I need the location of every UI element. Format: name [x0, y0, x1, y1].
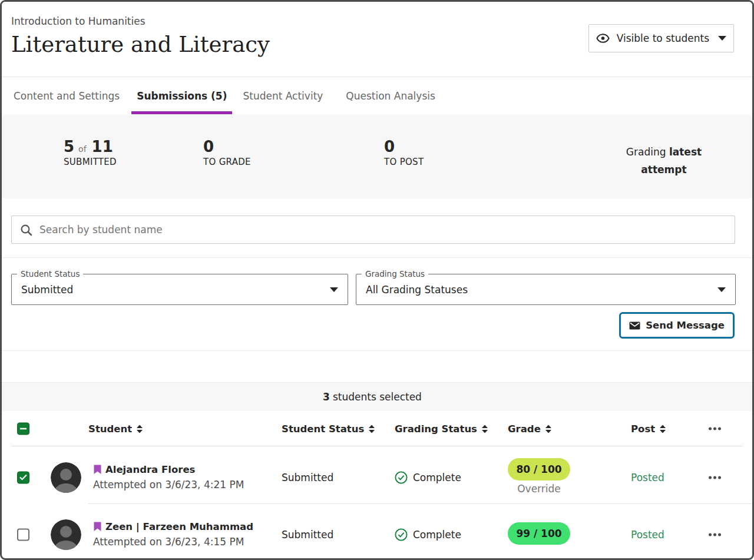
student-status-value: Submitted [21, 284, 73, 296]
student-name[interactable]: Alejandra Flores [105, 463, 195, 477]
post-status[interactable]: Posted [631, 529, 664, 541]
stat-to-grade-label: TO GRADE [203, 157, 251, 167]
student-status-value: Submitted [282, 529, 333, 541]
grading-status-value: All Grading Statuses [366, 284, 468, 296]
visibility-label: Visible to students [617, 32, 709, 44]
check-icon [19, 475, 27, 481]
stat-submitted-total: 11 [92, 138, 113, 155]
app-window: Introduction to Humanities Literature an… [0, 0, 754, 560]
grade-pill[interactable]: 80 / 100 [508, 458, 570, 481]
selection-summary: 3 students selected [2, 383, 752, 411]
row-options-menu[interactable] [709, 533, 721, 536]
tab-question-analysis[interactable]: Question Analysis [333, 77, 447, 115]
caret-down-icon [330, 287, 338, 292]
dot [713, 428, 716, 430]
column-header-grading-status[interactable]: Grading Status [395, 423, 488, 435]
sort-icon [481, 424, 488, 433]
selection-count: 3 [323, 391, 330, 403]
stat-to-post-label: TO POST [384, 157, 424, 167]
sort-icon [545, 424, 552, 433]
grading-mode-prefix: Grading [626, 146, 669, 158]
column-header-post[interactable]: Post [631, 423, 666, 435]
dot [709, 428, 712, 430]
caret-down-icon [718, 36, 726, 41]
actions-row: Send Message [2, 305, 752, 339]
grade-cell: 99 / 100 [508, 522, 570, 545]
search-icon [20, 224, 32, 236]
student-info[interactable]: Alejandra Flores Attempted on 3/6/23, 4:… [93, 463, 244, 492]
divider [2, 350, 752, 351]
grading-status-select[interactable]: Grading Status All Grading Statuses [356, 269, 736, 305]
stat-submitted-of: of [78, 144, 87, 154]
student-name[interactable]: Zeen | Farzeen Muhammad [105, 520, 253, 534]
selection-suffix: students selected [333, 391, 422, 403]
caret-down-icon [717, 287, 726, 292]
tab-student-activity[interactable]: Student Activity [232, 77, 333, 115]
visibility-dropdown-button[interactable]: Visible to students [588, 24, 734, 52]
select-value-row: Submitted [12, 279, 348, 300]
stat-submitted-value: 5 [64, 138, 74, 155]
stat-to-grade: 0 TO GRADE [203, 138, 251, 167]
submission-stats-band: 5 of 11 SUBMITTED 0 TO GRADE 0 TO POST G… [2, 115, 752, 198]
stat-to-post: 0 TO POST [384, 138, 424, 167]
grade-override-note: Override [508, 483, 570, 495]
grading-status-label: Grading Status [362, 269, 428, 279]
stat-numbers: 0 [203, 138, 251, 155]
student-row: Alejandra Flores Attempted on 3/6/23, 4:… [2, 446, 752, 503]
send-message-button[interactable]: Send Message [619, 312, 735, 339]
avatar [51, 519, 81, 550]
student-row: Zeen | Farzeen Muhammad Attempted on 3/6… [2, 503, 752, 560]
envelope-icon [629, 322, 640, 330]
stat-submitted: 5 of 11 SUBMITTED [64, 138, 117, 167]
attempt-info: Attempted on 3/6/23, 4:15 PM [93, 534, 253, 549]
sort-icon [368, 424, 375, 433]
eye-icon [596, 33, 610, 44]
student-status-label: Student Status [17, 269, 83, 279]
bookmark-icon [93, 465, 102, 475]
grading-status-cell: Complete [395, 528, 461, 541]
row-checkbox[interactable] [17, 528, 29, 541]
grading-status-value: Complete [413, 472, 461, 483]
page-header: Introduction to Humanities Literature an… [2, 2, 752, 77]
grading-status-cell: Complete [395, 471, 461, 484]
stat-numbers: 0 [384, 138, 424, 155]
dot [713, 533, 716, 536]
grade-pill[interactable]: 99 / 100 [508, 522, 570, 545]
column-header-checkbox [17, 423, 29, 435]
table-options-menu[interactable] [709, 428, 721, 430]
sort-icon [136, 424, 143, 433]
column-header-grade[interactable]: Grade [508, 423, 552, 435]
dot [718, 428, 721, 430]
breadcrumb[interactable]: Introduction to Humanities [11, 15, 145, 27]
dot [709, 476, 712, 479]
select-all-checkbox[interactable] [17, 423, 29, 435]
attempt-info: Attempted on 3/6/23, 4:21 PM [93, 477, 244, 492]
student-status-select[interactable]: Student Status Submitted [11, 269, 348, 305]
tab-submissions[interactable]: Submissions (5) [131, 77, 232, 115]
send-message-label: Send Message [646, 320, 725, 331]
tab-bar: Content and Settings Submissions (5) Stu… [2, 77, 752, 115]
dot [718, 533, 721, 536]
select-value-row: All Grading Statuses [356, 279, 735, 300]
grade-cell: 80 / 100 Override [508, 458, 570, 495]
page-title: Literature and Literacy [11, 32, 270, 57]
stat-to-post-value: 0 [384, 138, 395, 155]
row-options-menu[interactable] [709, 476, 721, 479]
complete-check-icon [395, 471, 408, 484]
stat-submitted-label: SUBMITTED [64, 157, 117, 167]
dot [713, 476, 716, 479]
complete-check-icon [395, 528, 408, 541]
column-header-student[interactable]: Student [88, 423, 143, 435]
student-info[interactable]: Zeen | Farzeen Muhammad Attempted on 3/6… [93, 520, 253, 549]
row-checkbox[interactable] [17, 471, 29, 483]
student-name-line: Alejandra Flores [93, 463, 244, 477]
avatar [51, 462, 81, 493]
grading-status-value: Complete [413, 529, 461, 541]
post-status[interactable]: Posted [631, 472, 664, 483]
sort-icon [659, 424, 666, 433]
student-name-line: Zeen | Farzeen Muhammad [93, 520, 253, 534]
student-status-value: Submitted [282, 472, 333, 483]
column-header-student-status[interactable]: Student Status [282, 423, 375, 435]
tab-content-and-settings[interactable]: Content and Settings [2, 77, 131, 115]
search-input[interactable] [39, 224, 726, 236]
